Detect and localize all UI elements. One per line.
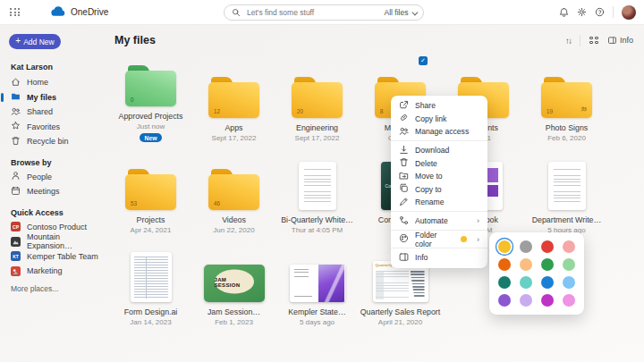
menu-divider [391, 211, 487, 212]
menu-item-copy-to[interactable]: Copy to [391, 183, 487, 197]
document-thumbnail [548, 162, 586, 210]
file-thumbnail-box [548, 155, 586, 210]
menu-item-move-to[interactable]: Move to [391, 170, 487, 183]
sidebar-item-label: Recycle bin [27, 137, 69, 146]
file-tile-photo-signs[interactable]: 19Photo SignsFeb 6, 2020 [525, 50, 608, 142]
search-bar[interactable]: All files [224, 4, 424, 21]
user-avatar[interactable] [622, 5, 636, 20]
menu-item-automate[interactable]: Automate› [391, 215, 487, 228]
file-date: Thur at 4:05 PM [292, 226, 343, 234]
sidebar-item-home[interactable]: Home [0, 75, 107, 90]
sidebar-user-name: Kat Larson [11, 63, 107, 72]
settings-gear-icon[interactable] [577, 4, 587, 21]
file-tile-kempler-state[interactable]: Kempler State…5 days ago [275, 234, 359, 326]
quick-access-item-marketing[interactable]: Marketing [0, 264, 107, 279]
file-tile-apps[interactable]: 12AppsSept 17, 2022 [192, 50, 275, 142]
color-swatch-11[interactable] [563, 276, 575, 289]
menu-item-delete[interactable]: Delete [391, 156, 487, 170]
quick-access-item-mountain-expansion[interactable]: Mountain Expansion… [0, 234, 107, 249]
color-swatch-5[interactable] [520, 258, 532, 271]
file-date: 5 days ago [300, 318, 335, 326]
menu-item-share[interactable]: Share [391, 99, 487, 113]
file-tile-approved-projects[interactable]: 0Approved ProjectsJust nowNew [109, 50, 192, 142]
file-thumbnail-box: 46 [208, 155, 259, 210]
search-input[interactable] [245, 7, 380, 18]
sidebar-item-shared[interactable]: Shared [0, 105, 107, 120]
home-icon [11, 77, 21, 88]
app-launcher-waffle-icon[interactable] [10, 8, 21, 16]
sidebar-item-favorites[interactable]: Favorites [0, 120, 107, 135]
file-tile-engineering[interactable]: 20EngineeringSept 17, 2022 [275, 50, 359, 142]
sidebar-item-label: Shared [27, 107, 53, 116]
calendar-icon [11, 186, 21, 198]
color-swatch-10[interactable] [541, 276, 554, 289]
menu-item-rename[interactable]: Rename [391, 196, 487, 209]
menu-item-download[interactable]: Download [391, 144, 487, 157]
file-name: Bi-Quarterly White… [281, 215, 353, 224]
folder-icon: 19 [541, 77, 592, 118]
file-name: Projects [137, 215, 165, 224]
browse-by-item-people[interactable]: People [0, 170, 107, 185]
add-new-button[interactable]: + Add New [9, 34, 61, 49]
file-date: April 21, 2020 [378, 318, 422, 326]
quick-access-label: Kemper Table Team [27, 252, 98, 261]
file-date: Sept 17, 2022 [212, 134, 257, 142]
color-swatch-6[interactable] [541, 258, 554, 271]
menu-item-manage-access[interactable]: Manage access [391, 125, 487, 139]
browse-by-heading: Browse by [11, 158, 107, 167]
file-tile-bi-quarterly-white[interactable]: Bi-Quarterly White…Thur at 4:05 PM [275, 142, 359, 234]
file-tile-department-write[interactable]: Department Write…5 hours ago [525, 142, 608, 234]
chevron-right-icon: › [477, 216, 479, 225]
color-swatch-7[interactable] [563, 258, 575, 271]
palette-icon [399, 233, 409, 245]
color-swatch-15[interactable] [563, 294, 575, 307]
quick-access-item-kemper-table-team[interactable]: KTKemper Table Team [0, 249, 107, 265]
sidebar-item-my-files[interactable]: My files [0, 90, 107, 105]
file-tile-form-design-ai[interactable]: Form Design.aiJan 14, 2023 [109, 234, 192, 326]
add-new-label: Add New [23, 38, 55, 46]
quick-access-label: Mountain Expansion… [27, 232, 107, 250]
file-thumbnail-box: 0 [125, 63, 176, 106]
page-title: My files [114, 34, 156, 46]
view-switcher-grid-icon[interactable] [589, 37, 598, 45]
selected-checkbox[interactable]: ✓ [419, 56, 428, 65]
color-swatch-8[interactable] [498, 276, 511, 289]
file-name: Form Design.ai [124, 307, 178, 316]
move-icon [399, 171, 409, 182]
menu-item-folder-color[interactable]: Folder color› [391, 232, 487, 246]
sidebar-item-recycle-bin[interactable]: Recycle bin [0, 134, 107, 149]
color-swatch-14[interactable] [541, 294, 554, 307]
file-date: Apr 24, 2021 [131, 226, 172, 234]
color-swatch-12[interactable] [498, 294, 511, 307]
file-name: Photo Signs [546, 123, 588, 132]
folder-icon: 12 [208, 77, 259, 118]
info-pane-button[interactable]: Info [607, 36, 633, 45]
menu-item-label: Folder color [415, 231, 454, 248]
color-swatch-2[interactable] [541, 240, 554, 253]
sort-icon[interactable]: ↑↓ [565, 36, 572, 46]
color-swatch-0[interactable] [498, 240, 511, 253]
file-tile-videos[interactable]: 46VideosJun 22, 2020 [192, 142, 275, 234]
help-icon[interactable] [595, 4, 605, 21]
menu-item-label: Copy link [415, 114, 446, 123]
jam-session-logo: JAM SESSION [215, 270, 254, 294]
color-swatch-9[interactable] [520, 276, 532, 289]
color-swatch-3[interactable] [563, 240, 575, 253]
more-places-link[interactable]: More places... [11, 284, 107, 293]
color-swatch-4[interactable] [498, 258, 511, 271]
menu-item-label: Move to [415, 172, 443, 181]
file-thumbnail-box: 19 [541, 63, 592, 118]
menu-item-info[interactable]: Info [391, 251, 487, 265]
menu-item-copy-link[interactable]: Copy link [391, 113, 487, 126]
browse-by-item-meetings[interactable]: Meetings [0, 184, 107, 199]
site-badge-icon: KT [11, 251, 21, 261]
design-file-thumbnail [290, 265, 345, 302]
file-tile-jam-session[interactable]: JAM SESSIONJam Session…Feb 1, 2023 [192, 234, 275, 326]
color-swatch-13[interactable] [520, 294, 532, 307]
notifications-bell-icon[interactable] [559, 4, 569, 21]
menu-item-label: Share [415, 101, 436, 110]
color-swatch-1[interactable] [520, 240, 532, 253]
file-tile-projects[interactable]: 53ProjectsApr 24, 2021 [109, 142, 192, 234]
search-scope-dropdown[interactable]: All files [385, 8, 416, 17]
topbar-divider [613, 6, 614, 18]
